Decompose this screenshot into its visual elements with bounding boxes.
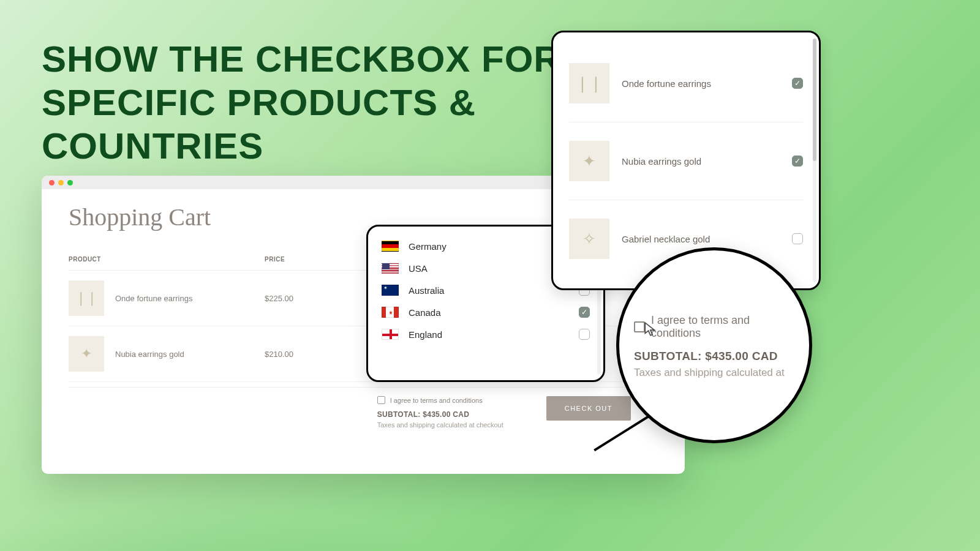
country-name: Australia [409, 285, 444, 296]
product-thumb-icon: ✧ [569, 219, 609, 259]
magnifier: I agree to terms and conditions SUBTOTAL… [616, 247, 812, 443]
product-name: Nubia earrings gold [115, 350, 184, 359]
marketing-headline: SHOW THE CHECKBOX FOR SPECIFIC PRODUCTS … [42, 38, 561, 168]
flag-au-icon [382, 285, 399, 296]
col-price: PRICE [265, 256, 369, 263]
product-name: Onde fortune earrings [622, 78, 711, 89]
col-product: PRODUCT [69, 256, 265, 263]
product-name: Nubia earrings gold [622, 156, 701, 167]
country-checkbox[interactable] [579, 329, 590, 340]
product-thumb-icon: ❘❘ [569, 63, 609, 103]
flag-us-icon [382, 263, 399, 274]
country-row[interactable]: England [378, 323, 594, 345]
product-thumb-icon: ❘❘ [69, 280, 104, 316]
scrollbar[interactable] [813, 39, 816, 282]
tax-note-zoom: Taxes and shipping calculated at [634, 367, 802, 379]
product-checkbox[interactable] [792, 233, 803, 244]
product-thumb-icon: ✦ [569, 141, 609, 181]
product-name: Onde fortune earrings [115, 294, 192, 303]
product-thumb-icon: ✦ [69, 336, 104, 372]
flag-en-icon [382, 329, 399, 340]
window-zoom-icon[interactable] [67, 180, 73, 186]
agree-checkbox-icon[interactable] [377, 396, 385, 404]
product-row[interactable]: ❘❘ Onde fortune earrings ✓ [569, 45, 803, 122]
window-minimize-icon[interactable] [58, 180, 64, 186]
product-checkbox[interactable]: ✓ [792, 156, 803, 167]
product-name: Gabriel necklace gold [622, 234, 710, 244]
country-row[interactable]: Canada ✓ [378, 301, 594, 323]
country-name: Germany [409, 241, 447, 252]
agree-label: I agree to terms and conditions [390, 397, 483, 404]
country-checkbox[interactable]: ✓ [579, 307, 590, 318]
product-price: $225.00 [265, 294, 369, 303]
product-checkbox[interactable]: ✓ [792, 78, 803, 89]
agree-label-zoom: I agree to terms and conditions [651, 314, 802, 340]
subtotal: SUBTOTAL: $435.00 CAD [377, 410, 503, 419]
tax-note: Taxes and shipping calculated at checkou… [377, 421, 503, 429]
flag-de-icon [382, 241, 399, 252]
country-name: England [409, 329, 442, 340]
country-name: Canada [409, 307, 441, 318]
product-row[interactable]: ✦ Nubia earrings gold ✓ [569, 122, 803, 200]
agree-terms-row[interactable]: I agree to terms and conditions [377, 396, 503, 404]
cursor-icon [643, 321, 659, 337]
window-close-icon[interactable] [49, 180, 55, 186]
country-name: USA [409, 263, 428, 274]
flag-ca-icon [382, 307, 399, 318]
subtotal-zoom: SUBTOTAL: $435.00 CAD [634, 350, 802, 363]
product-price: $210.00 [265, 350, 369, 359]
